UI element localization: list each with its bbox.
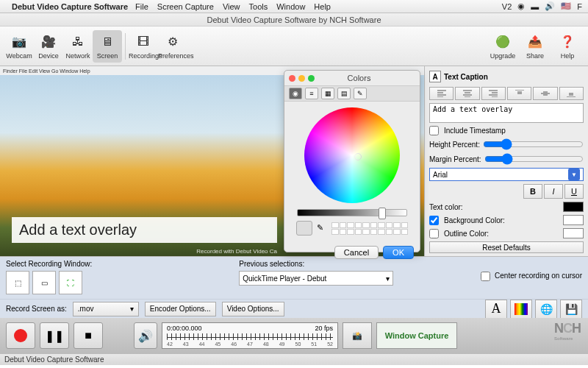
outline-color-swatch[interactable] [563, 228, 584, 238]
text-color-swatch[interactable] [563, 202, 584, 212]
select-region-button[interactable]: ▭ [32, 271, 56, 294]
color-sliders-mode[interactable]: ≡ [305, 88, 318, 99]
underline-button[interactable]: U [564, 184, 584, 199]
toolbar-screen[interactable]: 🖥Screen [93, 30, 122, 63]
format-select[interactable]: .mov ▾ [73, 302, 139, 316]
height-slider[interactable] [483, 138, 584, 150]
select-window-label: Select Recording Window: [6, 260, 92, 268]
menu-help[interactable]: Help [314, 2, 331, 11]
bold-button[interactable]: B [523, 184, 542, 199]
color-palettes-mode[interactable]: ▦ [321, 88, 334, 99]
bg-color-swatch[interactable] [563, 215, 584, 225]
text-color-row: Text color: [429, 202, 584, 212]
toolbar-webcam[interactable]: 📷Webcam [4, 30, 34, 63]
flag-icon[interactable]: 🇺🇸 [561, 1, 571, 11]
menu-screen-capture[interactable]: Screen Capture [157, 2, 214, 11]
italic-button[interactable]: I [544, 184, 563, 199]
selection-icons: ⬚ ▭ ⛶ [6, 271, 92, 294]
menu-tools[interactable]: Tools [249, 2, 268, 11]
color-wheel[interactable] [304, 107, 400, 203]
margin-label: Margin Percent: [429, 155, 481, 163]
toolbar-share[interactable]: 📤Share [519, 33, 551, 60]
color-picker-titlebar[interactable]: Colors [284, 71, 420, 85]
color-picker-title: Colors [303, 74, 415, 82]
menu-file[interactable]: File [135, 2, 148, 11]
margin-slider[interactable] [484, 153, 584, 165]
menu-window[interactable]: Window [276, 2, 305, 11]
align-right-button[interactable] [481, 87, 506, 100]
color-wheel-mode[interactable]: ◉ [289, 88, 302, 99]
close-icon[interactable] [289, 75, 295, 82]
align-middle-button[interactable] [533, 87, 557, 100]
timeline-ruler[interactable] [167, 333, 333, 340]
clock[interactable]: F [577, 2, 582, 11]
encoder-options-button[interactable]: Encoder Options... [145, 302, 216, 316]
save-effect-button[interactable]: 💾 [560, 300, 582, 319]
toolbar-help[interactable]: ❓Help [551, 33, 584, 60]
align-center-button[interactable] [455, 87, 479, 100]
stop-button[interactable]: ■ [74, 322, 103, 349]
align-bottom-button[interactable] [559, 87, 584, 100]
caption-textarea[interactable] [429, 103, 584, 123]
center-cursor-checkbox[interactable] [481, 272, 490, 281]
wifi-icon[interactable]: ◉ [517, 1, 525, 11]
timeline[interactable]: 0:00:00.000 20 fps 424344454647484950515… [162, 322, 338, 349]
eyedropper-icon[interactable]: ✎ [317, 223, 327, 233]
text-overlay: Add a text overlay [12, 217, 277, 243]
center-cursor-label: Center recording on cursor [495, 272, 582, 280]
height-row: Height Percent: [429, 138, 584, 150]
color-pencils-mode[interactable]: ✎ [354, 88, 367, 99]
color-crosshair[interactable] [354, 153, 362, 160]
toolbar-separator [125, 33, 126, 60]
brightness-slider[interactable] [297, 209, 407, 216]
select-fullscreen-button[interactable]: ⛶ [59, 271, 82, 294]
current-color-swatch[interactable] [296, 221, 312, 236]
toolbar-preferences[interactable]: ⚙Preferences [158, 30, 187, 63]
font-select[interactable]: Arial ▼ [429, 168, 584, 181]
center-cursor-col: Center recording on cursor [481, 260, 582, 281]
previous-selections-dropdown[interactable]: QuickTime Player - Debut ▾ [239, 271, 393, 286]
menu-view[interactable]: View [223, 2, 240, 11]
select-window-button[interactable]: ⬚ [6, 271, 29, 294]
record-as-label: Record Screen as: [6, 305, 67, 313]
outline-color-checkbox[interactable] [429, 229, 439, 238]
text-caption-panel: A Text Caption Include Timestamp Height … [424, 66, 588, 256]
include-timestamp-checkbox[interactable] [429, 126, 439, 135]
audio-button[interactable]: 🔊 [134, 322, 157, 349]
color-ok-button[interactable]: OK [383, 246, 414, 259]
text-effect-button[interactable]: A [485, 300, 507, 319]
toolbar-preferences-label: Preferences [158, 52, 194, 60]
toolbar-recordings[interactable]: 🎞Recordings [129, 30, 158, 63]
menubar-app[interactable]: Debut Video Capture Software [12, 2, 128, 11]
battery-icon[interactable]: ▬ [531, 2, 539, 11]
color-cancel-button[interactable]: Cancel [334, 246, 379, 259]
toolbar-upgrade[interactable]: 🟢Upgrade [487, 33, 519, 60]
toolbar-screen-label: Screen [97, 52, 118, 60]
toolbar-network[interactable]: 🖧Network [63, 30, 93, 63]
snapshot-button[interactable]: 📸 [343, 322, 372, 349]
network-icon: 🖧 [69, 33, 87, 51]
horizontal-align-row [429, 87, 584, 100]
device-icon: 🎥 [40, 33, 57, 51]
toolbar-device[interactable]: 🎥Device [34, 30, 63, 63]
color-image-mode[interactable]: ▤ [337, 88, 351, 99]
vnc-icon[interactable]: V2 [502, 2, 512, 11]
select-window-col: Select Recording Window: ⬚ ▭ ⛶ [6, 260, 92, 294]
toolbar-upgrade-label: Upgrade [490, 52, 516, 60]
record-button[interactable] [6, 322, 35, 349]
watermark-button[interactable]: 🌐 [535, 300, 557, 319]
text-caption-icon: A [429, 71, 441, 82]
volume-icon[interactable]: 🔊 [545, 1, 555, 11]
video-options-button[interactable]: Video Options... [222, 302, 284, 316]
reset-defaults-button[interactable]: Reset Defaults [429, 241, 584, 253]
webcam-icon: 📷 [10, 33, 28, 51]
align-top-button[interactable] [507, 87, 531, 100]
brightness-knob[interactable] [379, 208, 386, 219]
saved-colors-grid[interactable] [331, 222, 408, 235]
bg-color-checkbox[interactable] [429, 216, 439, 225]
color-bars-button[interactable] [510, 300, 532, 319]
nch-sub: Software [554, 336, 581, 341]
align-left-button[interactable] [429, 87, 453, 100]
sidebar-header: A Text Caption [429, 69, 584, 84]
pause-button[interactable]: ❚❚ [40, 322, 69, 349]
